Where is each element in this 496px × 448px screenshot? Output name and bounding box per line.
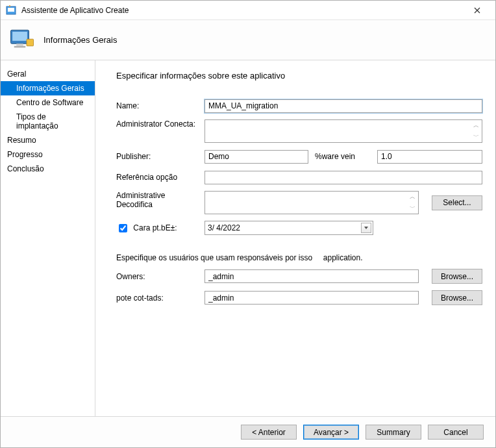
name-input[interactable] <box>205 99 482 113</box>
svg-rect-7 <box>27 39 34 46</box>
date-picker[interactable]: 3/ 4/2022 <box>205 221 373 235</box>
nav-info-gerais[interactable]: Informações Gerais <box>1 81 95 95</box>
close-button[interactable] <box>464 1 490 19</box>
nav-geral[interactable]: Geral <box>1 67 95 81</box>
date-dropdown-button[interactable] <box>361 223 371 233</box>
page-heading: Especificar informações sobre este aplic… <box>116 71 482 81</box>
owners-section-text-b: application. <box>323 253 363 262</box>
anterior-button[interactable]: < Anterior <box>241 425 297 440</box>
label-publisher: Publisher: <box>116 152 205 161</box>
svg-rect-6 <box>14 45 26 47</box>
label-admin-decod: Administrative Decodifica <box>116 191 205 209</box>
label-ware-vein: %ware vein <box>315 152 371 161</box>
nav-resumo[interactable]: Resumo <box>1 133 95 147</box>
version-input[interactable] <box>377 150 482 164</box>
select-button[interactable]: Select... <box>432 195 482 210</box>
pote-input[interactable] <box>205 291 419 305</box>
nav-progresso[interactable]: Progresso <box>1 147 95 162</box>
label-ref-opcao: Referência opção <box>116 173 205 182</box>
monitor-icon <box>8 27 36 54</box>
cara-checkbox[interactable] <box>119 224 127 232</box>
scroll-arrows-icon: ︿﹀ <box>408 192 417 214</box>
browse-owners-button[interactable]: Browse... <box>432 269 482 284</box>
admin-decod-input[interactable]: ︿﹀ <box>205 191 419 214</box>
date-value: 3/ 4/2022 <box>208 223 240 232</box>
header-title: Informações Gerais <box>43 35 117 45</box>
label-cara-text: Cara pt.bE±: <box>133 223 177 232</box>
owners-section-text: Especifique os usuários que usam respons… <box>116 253 482 262</box>
svg-rect-2 <box>9 5 10 6</box>
label-admin-conecta: Administrator Conecta: <box>116 119 205 129</box>
svg-rect-1 <box>8 8 14 12</box>
nav-tipos-implantacao[interactable]: Tipos de implantação <box>1 110 95 133</box>
cancel-button[interactable]: Cancel <box>428 425 484 440</box>
nav-centro-software[interactable]: Centro de Software <box>1 95 95 110</box>
summary-button[interactable]: Summary <box>366 425 421 440</box>
publisher-input[interactable] <box>205 150 308 164</box>
avancar-button[interactable]: Avançar > <box>303 425 359 440</box>
owners-section-text-a: Especifique os usuários que usam respons… <box>116 253 312 262</box>
owners-input[interactable] <box>205 269 419 283</box>
svg-rect-5 <box>16 44 23 46</box>
label-cara: Cara pt.bE±: <box>116 222 205 234</box>
admin-conecta-input[interactable]: ︿﹀ <box>205 119 482 143</box>
nav-conclusao[interactable]: Conclusão <box>1 162 95 176</box>
wizard-nav: Geral Informações Gerais Centro de Softw… <box>1 60 95 416</box>
window-title: Assistente de Aplicativo Create <box>21 6 464 15</box>
browse-pote-button[interactable]: Browse... <box>432 290 482 305</box>
label-owners: Owners: <box>116 272 205 281</box>
app-icon <box>6 5 16 16</box>
scroll-arrows-icon: ︿﹀ <box>471 120 480 142</box>
ref-opcao-input[interactable] <box>205 171 482 184</box>
svg-rect-4 <box>12 31 27 40</box>
label-name: Name: <box>116 101 205 110</box>
label-pote: pote cot-tads: <box>116 293 205 303</box>
